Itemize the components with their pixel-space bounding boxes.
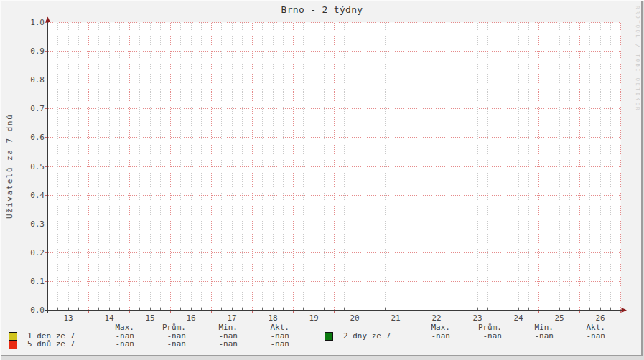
legend-value-akt: -nan (555, 332, 607, 341)
svg-text:0.2: 0.2 (30, 248, 45, 257)
legend-spacer (0, 323, 27, 332)
legend-series-label: 2 dny ze 7 (343, 332, 400, 341)
legend-column-akt: Akt. (555, 323, 607, 332)
svg-text:0.7: 0.7 (30, 104, 45, 113)
svg-text:0.6: 0.6 (30, 133, 45, 142)
legend-spacer (27, 323, 84, 332)
legend-series-label: 5 dnů ze 7 (27, 340, 84, 349)
legend-column-min: Min. (187, 323, 239, 332)
svg-text:1.0: 1.0 (30, 18, 45, 27)
svg-text:24: 24 (513, 313, 523, 323)
legend-column-akt: Akt. (239, 323, 291, 332)
chart-canvas: 0.00.10.20.30.40.50.60.70.80.91.01314151… (0, 0, 644, 360)
legend-column-avg: Prům. (136, 323, 187, 332)
legend-row: 5 dnů ze 7 -nan -nan -nan -nan (0, 340, 291, 349)
svg-text:14: 14 (104, 313, 114, 323)
svg-text:19: 19 (309, 313, 318, 323)
svg-text:26: 26 (595, 313, 605, 323)
legend-column-max: Max. (400, 323, 452, 332)
svg-text:22: 22 (431, 313, 441, 323)
svg-text:21: 21 (391, 313, 400, 323)
svg-text:0.1: 0.1 (30, 277, 45, 286)
legend-value-min: -nan (187, 340, 239, 349)
svg-text:25: 25 (554, 313, 564, 323)
legend-swatch-green (325, 332, 333, 341)
svg-text:17: 17 (227, 313, 236, 323)
legend-header-row: Max. Prům. Min. Akt. (316, 323, 607, 332)
legend-header-row: Max. Prům. Min. Akt. (0, 323, 291, 332)
svg-text:0.8: 0.8 (30, 75, 45, 85)
svg-text:18: 18 (268, 313, 277, 323)
svg-text:13: 13 (63, 313, 73, 323)
svg-text:0.9: 0.9 (30, 47, 45, 56)
legend-value-avg: -nan (136, 340, 187, 349)
legend-column-max: Max. (84, 323, 136, 332)
svg-text:16: 16 (186, 313, 195, 323)
legend-spacer (316, 323, 343, 332)
legend-swatch-cell (316, 332, 343, 341)
legend-row: 2 dny ze 7 -nan -nan -nan -nan (316, 332, 607, 341)
legend-value-max: -nan (400, 332, 452, 341)
legend-column-avg: Prům. (452, 323, 503, 332)
rrd-graph: Brno - 2 týdny 0.00.10.20.30.40.50.60.70… (0, 0, 644, 360)
svg-text:23: 23 (472, 313, 482, 323)
legend-block-right: Max. Prům. Min. Akt. 2 dny ze 7 -nan -na… (316, 323, 607, 340)
legend-value-min: -nan (503, 332, 555, 341)
legend-swatch-cell (0, 340, 27, 349)
legend-block-left: Max. Prům. Min. Akt. 1 den ze 7 -nan -na… (0, 323, 291, 349)
svg-text:20: 20 (350, 313, 359, 323)
svg-text:0.4: 0.4 (30, 191, 45, 200)
legend-spacer (343, 323, 400, 332)
legend-value-akt: -nan (239, 340, 291, 349)
y-axis-label: Uživatelů za 7 dnů (5, 114, 14, 219)
legend-value-avg: -nan (452, 332, 503, 341)
svg-text:0.5: 0.5 (30, 162, 45, 171)
legend-column-min: Min. (503, 323, 555, 332)
svg-text:0.0: 0.0 (30, 305, 45, 315)
legend-swatch-red (9, 341, 17, 349)
legend-value-max: -nan (84, 340, 136, 349)
svg-text:15: 15 (145, 313, 154, 323)
svg-text:0.3: 0.3 (30, 219, 45, 229)
watermark: RRDTOOL / TOBI OETIKER (635, 6, 640, 112)
